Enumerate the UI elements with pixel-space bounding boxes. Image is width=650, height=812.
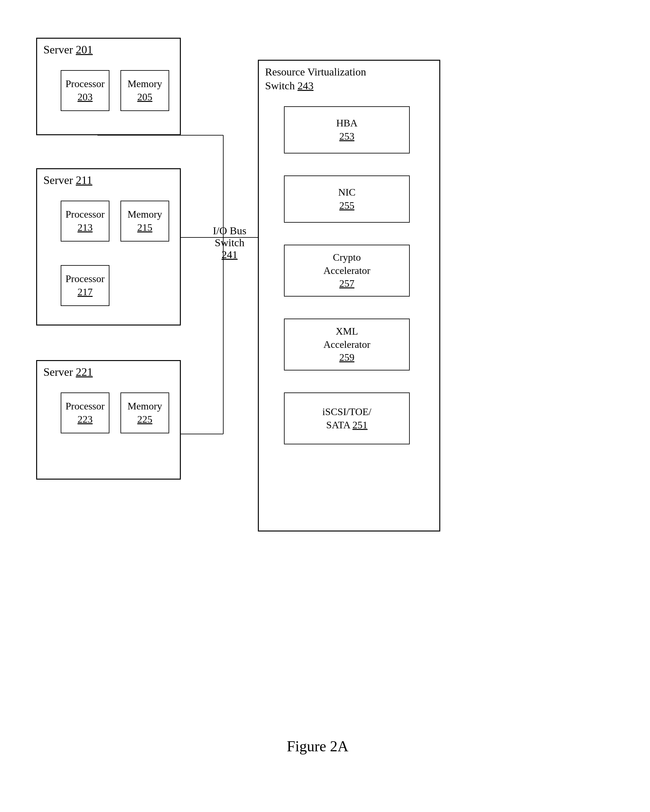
nic-255-number: 255 xyxy=(339,200,354,211)
proc-217-number: 217 xyxy=(77,286,92,298)
processor-203-label: Processor203 xyxy=(66,77,104,104)
crypto-257-label: CryptoAccelerator257 xyxy=(323,251,370,290)
crypto-257-number: 257 xyxy=(339,278,354,289)
memory-225-box: Memory225 xyxy=(121,392,169,433)
server-221-box: Server 221 Processor223 Memory225 xyxy=(36,360,181,479)
iscsi-251-box: iSCSI/TOE/SATA 251 xyxy=(284,392,410,444)
hba-253-label: HBA253 xyxy=(336,117,357,143)
mem-205-number: 205 xyxy=(137,91,152,102)
nic-255-box: NIC255 xyxy=(284,176,410,223)
server-211-box: Server 211 Processor213 Memory215 Proces… xyxy=(36,168,181,325)
proc-223-number: 223 xyxy=(77,414,92,425)
mem-215-number: 215 xyxy=(137,222,152,233)
processor-223-box: Processor223 xyxy=(61,392,110,433)
processor-203-box: Processor203 xyxy=(61,70,110,111)
xml-259-box: XMLAccelerator259 xyxy=(284,319,410,371)
iscsi-251-number: 251 xyxy=(352,419,368,430)
hba-253-number: 253 xyxy=(339,131,354,142)
server-221-label: Server 221 xyxy=(43,365,93,379)
crypto-257-box: CryptoAccelerator257 xyxy=(284,245,410,296)
memory-215-label: Memory215 xyxy=(127,208,162,234)
proc-213-number: 213 xyxy=(77,222,92,233)
nic-255-label: NIC255 xyxy=(338,186,356,212)
server-201-box: Server 201 Processor203 Memory205 xyxy=(36,38,181,135)
server-221-number: 221 xyxy=(76,366,93,379)
processor-217-label: Processor217 xyxy=(66,272,104,298)
figure-caption-text: Figure 2A xyxy=(287,738,348,754)
mem-225-number: 225 xyxy=(137,414,152,425)
server-201-label: Server 201 xyxy=(43,43,93,56)
memory-215-box: Memory215 xyxy=(121,201,169,241)
io-switch-number: 241 xyxy=(222,249,238,260)
diagram-area: Server 201 Processor203 Memory205 Server… xyxy=(19,19,616,774)
iscsi-251-label: iSCSI/TOE/SATA 251 xyxy=(322,405,371,432)
processor-213-box: Processor213 xyxy=(61,201,110,241)
io-bus-switch-label: I/O BusSwitch241 xyxy=(204,225,255,261)
rv-switch-label: Resource VirtualizationSwitch 243 xyxy=(265,65,366,93)
rv-switch-box: Resource VirtualizationSwitch 243 HBA253… xyxy=(258,60,440,531)
server-201-number: 201 xyxy=(76,43,93,56)
memory-205-box: Memory205 xyxy=(121,70,169,111)
hba-253-box: HBA253 xyxy=(284,106,410,153)
xml-259-label: XMLAccelerator259 xyxy=(323,325,370,364)
server-211-number: 211 xyxy=(76,174,92,186)
processor-223-label: Processor223 xyxy=(66,400,104,426)
memory-225-label: Memory225 xyxy=(127,400,162,426)
figure-caption: Figure 2A xyxy=(19,737,616,755)
rv-switch-number: 243 xyxy=(298,80,314,92)
processor-217-box: Processor217 xyxy=(61,265,110,306)
server-211-label: Server 211 xyxy=(43,174,92,187)
xml-259-number: 259 xyxy=(339,352,354,363)
processor-213-label: Processor213 xyxy=(66,208,104,234)
proc-203-number: 203 xyxy=(77,91,92,102)
memory-205-label: Memory205 xyxy=(127,77,162,104)
